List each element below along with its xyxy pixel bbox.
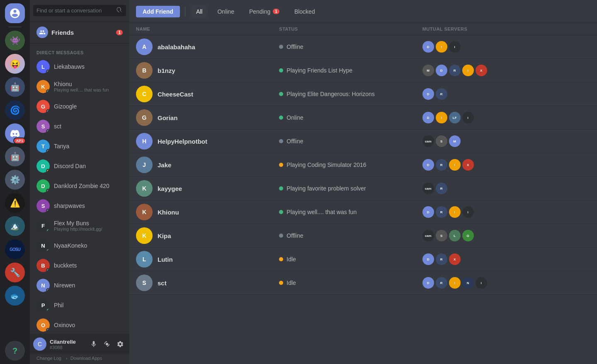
table-row[interactable]: S sct Idle DR!Ni: [129, 271, 597, 295]
table-row[interactable]: H HelpyHelpnotbot Offline camSM: [129, 130, 597, 153]
status-text: Idle: [286, 280, 296, 286]
server-icon-11[interactable]: 🐟: [5, 286, 25, 306]
friend-name: HelpyHelpnotbot: [158, 138, 207, 145]
mutual-server-icon: S: [436, 135, 447, 147]
dm-info: Liekabauws: [54, 63, 123, 70]
table-row[interactable]: B b1nzy Playing Friends List Hype MDR!X: [129, 59, 597, 82]
status-text: Online: [286, 114, 303, 121]
dm-info: sharpwaves: [54, 202, 123, 209]
server-icon-4[interactable]: AP1: [5, 123, 25, 143]
dm-item[interactable]: N NyaaKoneko: [33, 236, 126, 256]
status-dot: [46, 268, 50, 272]
mutual-servers-cell: DRX: [422, 253, 565, 265]
dm-name: Gizoogle: [54, 103, 123, 110]
status-indicator: [279, 139, 283, 143]
status-cell: Playing well.... that was fun: [279, 209, 422, 215]
tab-online[interactable]: Online: [211, 6, 240, 17]
table-row[interactable]: K Khionu Playing well.... that was fun D…: [129, 200, 597, 224]
table-row[interactable]: K Kipa Offline camSLG: [129, 224, 597, 248]
dm-item[interactable]: S sct: [33, 116, 126, 136]
table-row[interactable]: A abalabahaha Offline D!i: [129, 35, 597, 59]
table-row[interactable]: L Lutin Idle DRX: [129, 248, 597, 271]
friends-notification-badge: 1: [116, 30, 123, 35]
dm-name: Tanya: [54, 143, 123, 149]
dm-name: buckkets: [54, 262, 123, 269]
dm-item[interactable]: N Nirewen: [33, 275, 126, 295]
dm-item[interactable]: L Liekabauws: [33, 57, 126, 77]
dm-item[interactable]: D Danklord Zombie 420: [33, 176, 126, 196]
status-cell: Playing favorite problem solver: [279, 185, 422, 192]
header-actions: [565, 27, 590, 31]
user-info: Cilantrelle #3088: [50, 339, 85, 350]
dm-avatar: K: [36, 80, 50, 93]
dm-name: Nirewen: [54, 282, 123, 289]
dm-item[interactable]: O Oxinovo: [33, 315, 126, 334]
status-cell: Offline: [279, 232, 422, 239]
server-icon-10[interactable]: 🔧: [5, 263, 25, 282]
settings-button[interactable]: [114, 338, 126, 350]
changelog-link[interactable]: Change Log: [36, 356, 61, 361]
friend-name-cell: K kayygee: [136, 180, 279, 197]
status-cell: Offline: [279, 43, 422, 50]
user-avatar: C: [33, 337, 46, 351]
dm-item[interactable]: P Phil: [33, 295, 126, 315]
mutual-server-icon: R: [436, 253, 447, 265]
status-dot: [46, 248, 50, 252]
download-apps-link[interactable]: Download Apps: [70, 356, 102, 361]
status-dot: [46, 169, 50, 173]
mutual-server-icon: !: [436, 112, 447, 123]
tab-blocked[interactable]: Blocked: [289, 6, 321, 17]
dm-item[interactable]: B buckkets: [33, 256, 126, 275]
server-icon-3[interactable]: 🌀: [5, 100, 25, 120]
status-cell: Online: [279, 114, 422, 121]
friend-avatar: L: [136, 251, 153, 268]
mute-button[interactable]: [88, 338, 100, 350]
server-icon-2[interactable]: 🤖: [5, 77, 25, 97]
mutual-servers-cell: DR!X: [422, 159, 565, 171]
deafen-button[interactable]: [101, 338, 113, 350]
server-icon-1[interactable]: 😝: [5, 54, 25, 74]
friends-icon: [36, 27, 48, 38]
dm-item[interactable]: S sharpwaves: [33, 196, 126, 216]
friend-avatar: J: [136, 157, 153, 173]
friend-name: sct: [158, 280, 167, 287]
dm-item[interactable]: T Tanya: [33, 136, 126, 156]
mutual-server-icon: !: [449, 206, 461, 218]
search-input-wrapper[interactable]: [33, 5, 126, 16]
dm-info: Danklord Zombie 420: [54, 183, 123, 189]
mutual-servers-cell: DR!i: [422, 206, 565, 218]
friend-avatar: A: [136, 39, 153, 55]
friend-name-cell: G Gorian: [136, 109, 279, 126]
footer-links: Change Log › Download Apps: [30, 354, 129, 364]
tab-all[interactable]: All: [190, 6, 209, 17]
help-button[interactable]: ?: [5, 341, 25, 361]
table-row[interactable]: K kayygee Playing favorite problem solve…: [129, 177, 597, 200]
dm-item[interactable]: G Gizoogle: [33, 96, 126, 116]
status-text: Playing Friends List Hype: [286, 67, 352, 74]
friends-nav-item[interactable]: Friends 1: [30, 22, 129, 43]
mutual-server-icon: !: [462, 65, 474, 76]
server-icon-5[interactable]: 🤖: [5, 147, 25, 166]
server-icon-dm[interactable]: [5, 3, 25, 23]
table-row[interactable]: G Gorian Online D!LFi: [129, 106, 597, 130]
dm-avatar: D: [36, 159, 50, 173]
friend-name-cell: A abalabahaha: [136, 39, 279, 55]
table-row[interactable]: J Jake Playing Coding Simulator 2016 DR!…: [129, 153, 597, 177]
mutual-server-icon: !: [436, 41, 447, 53]
dm-item[interactable]: F Flex My Buns Playing http://mocklt.gg/: [33, 216, 126, 236]
user-controls: [88, 338, 126, 350]
search-input[interactable]: [36, 7, 114, 14]
dm-item[interactable]: D Discord Dan: [33, 156, 126, 176]
tab-pending[interactable]: Pending 1: [243, 6, 285, 17]
add-friend-button[interactable]: Add Friend: [136, 6, 180, 17]
server-icon-9[interactable]: GOSU: [5, 239, 25, 259]
server-icon-7[interactable]: ⚠️: [5, 193, 25, 213]
dm-item[interactable]: K Khionu Playing well.... that was fun: [33, 77, 126, 96]
table-row[interactable]: C CheeseCast Playing Elite Dangerous: Ho…: [129, 82, 597, 106]
mutual-server-icon: D: [422, 159, 434, 171]
server-icon-6[interactable]: ⚙️: [5, 170, 25, 190]
status-cell: Idle: [279, 280, 422, 286]
server-icon-8[interactable]: 🏔️: [5, 216, 25, 236]
server-icon-0[interactable]: 👾: [5, 31, 25, 51]
header-mutual: MUTUAL SERVERS: [422, 27, 565, 31]
